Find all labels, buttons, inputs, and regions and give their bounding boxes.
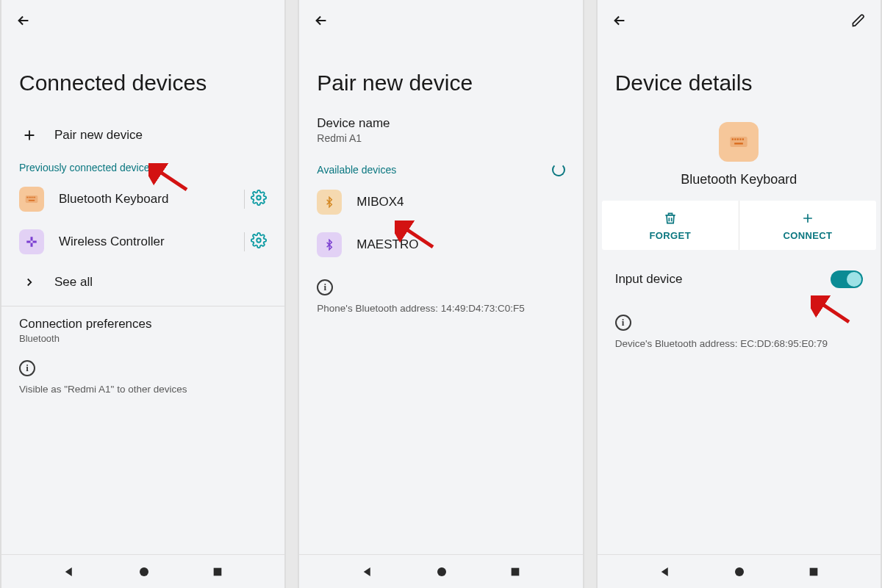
plus-icon bbox=[800, 211, 815, 226]
nav-home-button[interactable] bbox=[733, 565, 746, 578]
nav-recents-button[interactable] bbox=[509, 566, 521, 578]
connection-preferences-subtitle: Bluetooth bbox=[19, 333, 267, 344]
app-bar bbox=[1, 0, 284, 41]
screen-connected-devices: Connected devices Pair new device Previo… bbox=[0, 0, 286, 588]
screen-pair-new-device: Pair new device Device name Redmi A1 Ava… bbox=[298, 0, 584, 588]
gear-icon bbox=[251, 232, 267, 248]
info-icon: i bbox=[317, 279, 333, 295]
pair-new-device-label: Pair new device bbox=[54, 128, 267, 143]
circle-home-icon bbox=[733, 565, 746, 578]
svg-rect-4 bbox=[32, 197, 34, 198]
back-button[interactable] bbox=[311, 10, 331, 31]
device-name-label: MIBOX4 bbox=[356, 195, 564, 209]
svg-rect-1 bbox=[26, 197, 28, 198]
nav-home-button[interactable] bbox=[435, 565, 448, 578]
forget-label: FORGET bbox=[649, 230, 691, 241]
nav-back-button[interactable] bbox=[62, 565, 76, 578]
action-bar: FORGET CONNECT bbox=[602, 201, 876, 250]
input-device-toggle[interactable] bbox=[831, 270, 863, 288]
svg-rect-10 bbox=[26, 241, 30, 243]
nav-recents-button[interactable] bbox=[808, 566, 820, 578]
forget-button[interactable]: FORGET bbox=[602, 201, 739, 250]
connection-preferences-row[interactable]: Connection preferences Bluetooth bbox=[1, 306, 284, 347]
info-row: i bbox=[1, 347, 284, 379]
nav-recents-button[interactable] bbox=[212, 566, 223, 578]
triangle-back-icon bbox=[361, 565, 374, 578]
nav-back-button[interactable] bbox=[659, 565, 672, 578]
available-device-maestro[interactable]: MAESTRO bbox=[299, 223, 582, 266]
svg-rect-9 bbox=[31, 243, 33, 247]
see-all-row[interactable]: See all bbox=[1, 263, 284, 301]
bt-address-note: Phone's Bluetooth address: 14:49:D4:73:C… bbox=[299, 298, 582, 314]
bluetooth-icon bbox=[317, 190, 342, 215]
circle-home-icon bbox=[137, 565, 151, 578]
system-nav-bar bbox=[1, 554, 284, 588]
svg-rect-31 bbox=[809, 567, 817, 576]
back-button[interactable] bbox=[13, 10, 34, 31]
device-name: Bluetooth Keyboard bbox=[681, 172, 797, 187]
page-title: Connected devices bbox=[1, 41, 284, 116]
device-settings-button[interactable] bbox=[251, 232, 267, 251]
triangle-back-icon bbox=[62, 565, 76, 578]
back-button[interactable] bbox=[609, 10, 630, 31]
plus-icon bbox=[19, 125, 40, 146]
arrow-back-icon bbox=[15, 12, 32, 29]
svg-rect-22 bbox=[732, 138, 734, 140]
svg-rect-25 bbox=[739, 138, 741, 140]
svg-rect-6 bbox=[29, 200, 35, 201]
svg-rect-3 bbox=[30, 197, 32, 198]
svg-rect-21 bbox=[731, 137, 747, 147]
available-devices-header: Available devices bbox=[317, 164, 551, 176]
device-row-bluetooth-keyboard[interactable]: Bluetooth Keyboard bbox=[1, 178, 284, 220]
device-name-label: Device name bbox=[299, 116, 582, 131]
square-recents-icon bbox=[212, 566, 223, 578]
info-icon: i bbox=[615, 315, 631, 331]
connect-label: CONNECT bbox=[783, 230, 832, 241]
svg-rect-23 bbox=[734, 138, 736, 140]
keyboard-icon bbox=[19, 187, 44, 212]
nav-home-button[interactable] bbox=[137, 565, 151, 578]
svg-rect-26 bbox=[742, 138, 744, 140]
device-row-wireless-controller[interactable]: Wireless Controller bbox=[1, 220, 284, 263]
device-settings-button[interactable] bbox=[251, 190, 267, 209]
connect-button[interactable]: CONNECT bbox=[739, 201, 876, 250]
circle-home-icon bbox=[435, 565, 448, 578]
available-device-mibox4[interactable]: MIBOX4 bbox=[299, 181, 582, 223]
svg-rect-11 bbox=[33, 241, 37, 243]
app-bar bbox=[299, 0, 582, 41]
info-icon: i bbox=[19, 360, 35, 376]
info-row: i bbox=[299, 266, 582, 298]
nav-back-button[interactable] bbox=[361, 565, 374, 578]
device-hero: Bluetooth Keyboard bbox=[598, 116, 881, 201]
trash-icon bbox=[663, 211, 678, 226]
input-device-label: Input device bbox=[615, 272, 831, 287]
divider bbox=[244, 190, 245, 209]
device-name-label: MAESTRO bbox=[356, 237, 564, 252]
gear-icon bbox=[251, 190, 267, 206]
device-name-value: Redmi A1 bbox=[299, 131, 582, 156]
svg-point-12 bbox=[257, 238, 262, 243]
loading-spinner-icon bbox=[552, 163, 565, 176]
svg-point-7 bbox=[257, 196, 262, 200]
pair-new-device-row[interactable]: Pair new device bbox=[1, 116, 284, 154]
square-recents-icon bbox=[509, 566, 521, 578]
svg-rect-2 bbox=[29, 197, 30, 198]
system-nav-bar bbox=[299, 554, 582, 588]
available-devices-header-row: Available devices bbox=[299, 156, 582, 181]
info-row: i bbox=[598, 294, 881, 334]
svg-point-15 bbox=[140, 567, 148, 576]
svg-rect-0 bbox=[26, 196, 38, 203]
divider bbox=[244, 232, 245, 251]
svg-rect-8 bbox=[31, 237, 33, 240]
device-name-label: Bluetooth Keyboard bbox=[59, 192, 229, 207]
svg-rect-27 bbox=[734, 143, 743, 144]
connection-preferences-title: Connection preferences bbox=[19, 317, 267, 331]
screen-device-details: Device details Bluetooth Keyboard FORGET… bbox=[596, 0, 882, 588]
svg-rect-16 bbox=[214, 567, 222, 576]
input-device-row: Input device bbox=[598, 250, 881, 294]
visibility-note: Visible as "Redmi A1" to other devices bbox=[1, 379, 284, 395]
svg-rect-20 bbox=[512, 567, 520, 576]
previously-connected-header: Previously connected devices bbox=[1, 154, 284, 178]
svg-point-30 bbox=[735, 567, 744, 576]
edit-button[interactable] bbox=[848, 10, 869, 31]
